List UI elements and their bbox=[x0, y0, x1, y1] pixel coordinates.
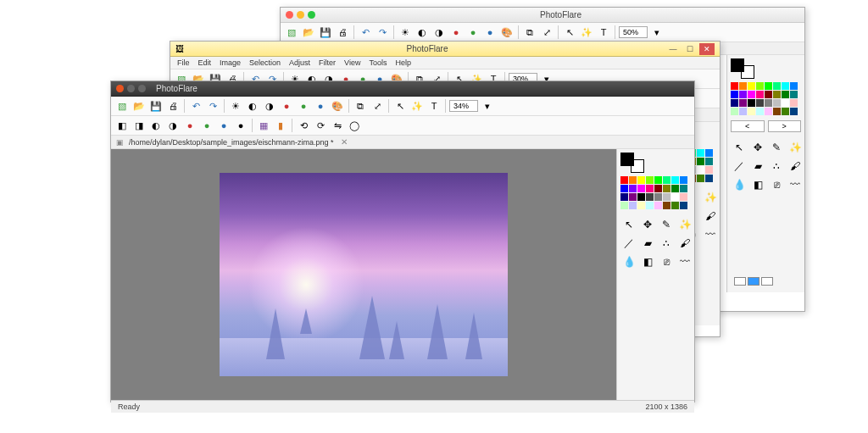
palette-swatch[interactable] bbox=[654, 176, 662, 184]
palette-swatch[interactable] bbox=[646, 176, 654, 184]
spray-tool[interactable]: ∴ bbox=[658, 235, 675, 252]
palette-swatch[interactable] bbox=[697, 149, 704, 157]
brush-tool[interactable]: 🖌 bbox=[676, 235, 693, 252]
palette-swatch[interactable] bbox=[654, 185, 662, 192]
wand-icon[interactable]: ✨ bbox=[579, 25, 594, 40]
palette-swatch[interactable] bbox=[756, 82, 764, 90]
menu-view[interactable]: View bbox=[344, 58, 360, 67]
palette-swatch[interactable] bbox=[782, 99, 789, 107]
cursor-icon[interactable]: ↖ bbox=[392, 98, 408, 114]
stamp-tool[interactable]: ⎚ bbox=[768, 176, 785, 193]
save-icon[interactable]: 💾 bbox=[318, 25, 333, 40]
contrast2-icon[interactable]: ◑ bbox=[431, 25, 447, 40]
wand-tool[interactable]: ✨ bbox=[702, 189, 719, 206]
palette-swatch[interactable] bbox=[782, 82, 789, 90]
strip-swatch[interactable] bbox=[748, 277, 760, 286]
menu-filter[interactable]: Filter bbox=[319, 58, 336, 67]
contrast-icon[interactable]: ◐ bbox=[415, 25, 430, 40]
mac-titlebar[interactable]: PhotoFlare bbox=[281, 8, 804, 23]
linux-window-controls[interactable] bbox=[116, 85, 146, 92]
palette-swatch[interactable] bbox=[629, 193, 637, 201]
palette-swatch[interactable] bbox=[765, 99, 772, 107]
win-titlebar[interactable]: 🖼 PhotoFlare —☐✕ bbox=[170, 42, 720, 57]
smudge-tool[interactable]: 〰 bbox=[787, 176, 804, 193]
palette-swatch[interactable] bbox=[620, 176, 628, 184]
dot-red-icon[interactable]: ● bbox=[182, 118, 198, 133]
palette-swatch[interactable] bbox=[739, 91, 747, 98]
palette-swatch[interactable] bbox=[671, 193, 679, 201]
brightness-icon[interactable]: ☀ bbox=[398, 25, 413, 40]
rainbow-icon[interactable]: ▮ bbox=[273, 118, 288, 133]
palette-swatch[interactable] bbox=[731, 82, 738, 90]
palette-swatch[interactable] bbox=[646, 185, 654, 192]
circle-red-icon[interactable]: ● bbox=[448, 25, 464, 40]
pointer-tool[interactable]: ↖ bbox=[731, 139, 748, 156]
palette-swatch[interactable] bbox=[790, 99, 798, 107]
brush-tool[interactable]: 🖌 bbox=[787, 158, 804, 175]
pointer-tool[interactable]: ↖ bbox=[620, 216, 637, 233]
contrast-icon[interactable]: ◐ bbox=[245, 98, 260, 114]
palette-swatch[interactable] bbox=[748, 91, 755, 98]
zoom-select[interactable]: 50% bbox=[619, 26, 648, 38]
palette-swatch[interactable] bbox=[705, 166, 713, 174]
undo-icon[interactable]: ↶ bbox=[188, 98, 203, 114]
palette-swatch[interactable] bbox=[697, 158, 704, 165]
smudge-tool[interactable]: 〰 bbox=[676, 253, 693, 270]
palette-swatch[interactable] bbox=[790, 82, 798, 90]
menu-help[interactable]: Help bbox=[395, 58, 411, 67]
stamp-tool[interactable]: ⎚ bbox=[658, 253, 675, 270]
palette-swatch[interactable] bbox=[739, 99, 747, 107]
rotate-left-icon[interactable]: ⟲ bbox=[296, 118, 311, 133]
palette-swatch[interactable] bbox=[773, 99, 781, 107]
half2-icon[interactable]: ◨ bbox=[131, 118, 147, 133]
palette-swatch[interactable] bbox=[697, 166, 704, 174]
palette-prev-button[interactable]: < bbox=[731, 120, 765, 132]
palette-swatch[interactable] bbox=[697, 175, 704, 182]
dot-blue-icon[interactable]: ● bbox=[216, 118, 231, 133]
palette-swatch[interactable] bbox=[739, 108, 747, 115]
text-icon[interactable]: T bbox=[596, 25, 611, 40]
circle-green-icon[interactable]: ● bbox=[296, 98, 311, 114]
palette-swatch[interactable] bbox=[680, 185, 687, 192]
menu-selection[interactable]: Selection bbox=[249, 58, 281, 67]
gradient-icon[interactable]: ▦ bbox=[256, 118, 271, 133]
circle-blue-icon[interactable]: ● bbox=[482, 25, 498, 40]
palette-swatch[interactable] bbox=[790, 91, 798, 98]
mac-traffic-lights[interactable] bbox=[286, 11, 315, 19]
wand-tool[interactable]: ✨ bbox=[787, 139, 804, 156]
palette-swatch[interactable] bbox=[629, 202, 637, 209]
palette-swatch[interactable] bbox=[782, 91, 789, 98]
palette-icon[interactable]: 🎨 bbox=[499, 25, 515, 40]
blur-tool[interactable]: 💧 bbox=[620, 253, 637, 270]
line-tool[interactable]: ／ bbox=[620, 235, 637, 252]
zoom-select[interactable]: 34% bbox=[449, 100, 478, 112]
palette-swatch[interactable] bbox=[739, 82, 747, 90]
fill-tool[interactable]: ▰ bbox=[749, 158, 766, 175]
smudge-tool[interactable]: 〰 bbox=[702, 226, 719, 243]
palette-swatch[interactable] bbox=[748, 82, 755, 90]
palette-swatch[interactable] bbox=[663, 176, 670, 184]
menu-image[interactable]: Image bbox=[220, 58, 241, 67]
tab-close-icon[interactable]: ▣ bbox=[116, 138, 124, 147]
menu-adjust[interactable]: Adjust bbox=[289, 58, 310, 67]
wand-icon[interactable]: ✨ bbox=[409, 98, 425, 114]
redo-icon[interactable]: ↷ bbox=[205, 98, 220, 114]
menu-file[interactable]: File bbox=[177, 58, 190, 67]
brush-tool[interactable]: 🖌 bbox=[702, 208, 719, 225]
palette-swatch[interactable] bbox=[765, 82, 772, 90]
ellipse-icon[interactable]: ◯ bbox=[347, 118, 362, 133]
palette-swatch[interactable] bbox=[731, 91, 738, 98]
palette-swatch[interactable] bbox=[671, 185, 679, 192]
linux-titlebar[interactable]: PhotoFlare bbox=[111, 81, 694, 97]
palette-swatch[interactable] bbox=[765, 108, 772, 115]
palette-swatch[interactable] bbox=[773, 91, 781, 98]
palette-swatch[interactable] bbox=[620, 185, 628, 192]
blur-tool[interactable]: 💧 bbox=[731, 176, 748, 193]
spray-tool[interactable]: ∴ bbox=[768, 158, 785, 175]
redo-icon[interactable]: ↷ bbox=[375, 25, 390, 40]
fg-bg-swatch[interactable] bbox=[620, 153, 644, 173]
circle-blue-icon[interactable]: ● bbox=[313, 98, 328, 114]
palette-swatch[interactable] bbox=[731, 99, 738, 107]
new-icon[interactable]: ▧ bbox=[114, 98, 130, 114]
palette-swatch[interactable] bbox=[671, 176, 679, 184]
